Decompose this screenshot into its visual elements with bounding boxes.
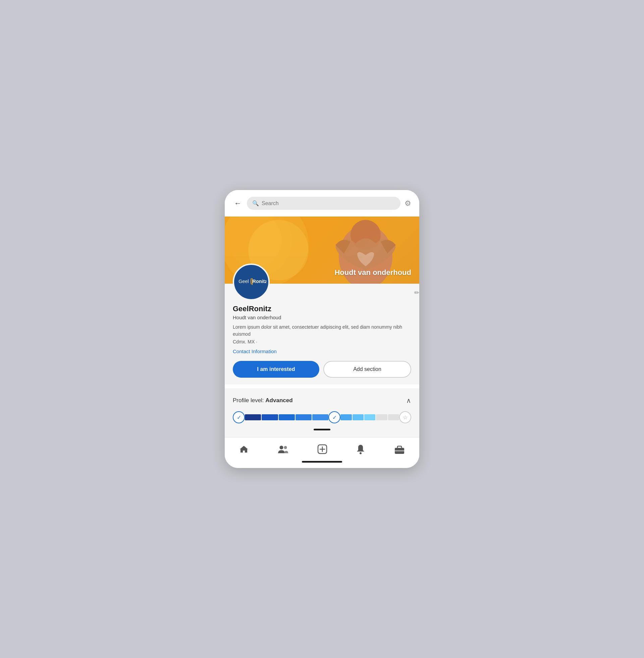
bottom-bar (225, 458, 419, 468)
contact-information-link[interactable]: Contact Information (233, 349, 411, 354)
check-icon-2: ✓ (332, 414, 337, 421)
add-section-button[interactable]: Add section (323, 361, 411, 378)
profile-level-title: Profile level: Advanced (233, 397, 293, 404)
avatar-wrapper: Geel Ronitz (233, 264, 270, 301)
back-button[interactable]: ← (233, 198, 243, 209)
segment-6 (341, 414, 351, 420)
phone-frame: ← 🔍 ⚙ Houdt van onderhoud (225, 190, 419, 468)
progress-check-2: ✓ (328, 411, 341, 423)
svg-rect-15 (397, 446, 401, 448)
search-input[interactable] (262, 200, 395, 206)
progress-indicator-line (314, 429, 330, 431)
banner-tagline: Houdt van onderhoud (335, 268, 411, 277)
svg-point-9 (284, 446, 287, 449)
segment-8 (364, 414, 375, 420)
briefcase-icon (394, 444, 405, 454)
segment-2 (262, 414, 278, 420)
collapse-button[interactable]: ∧ (406, 396, 411, 404)
people-icon (278, 444, 289, 454)
search-icon: 🔍 (252, 200, 259, 206)
progress-segments-1 (245, 414, 328, 420)
svg-text:Ronitz: Ronitz (253, 279, 266, 284)
add-icon (317, 444, 327, 454)
svg-point-8 (279, 446, 283, 449)
progress-bar: ✓ ✓ ☆ (233, 411, 411, 423)
settings-button[interactable]: ⚙ (405, 199, 411, 208)
nav-briefcase[interactable] (389, 443, 410, 455)
company-location: Cdmx. MX · (233, 339, 411, 345)
segment-4 (296, 414, 312, 420)
svg-text:Geel: Geel (238, 279, 249, 284)
check-icon-1: ✓ (237, 414, 241, 421)
svg-point-13 (360, 452, 362, 454)
segment-3 (279, 414, 295, 420)
profile-section: Geel Ronitz ✏ GeelRonitz Houdt van onder… (225, 284, 419, 385)
bottom-navigation (225, 437, 419, 458)
bell-icon (356, 444, 365, 454)
company-name: GeelRonitz (233, 305, 411, 313)
company-logo: Geel Ronitz (236, 275, 266, 290)
segment-10 (388, 414, 399, 420)
profile-level-section: Profile level: Advanced ∧ ✓ ✓ (225, 389, 419, 437)
avatar: Geel Ronitz (233, 264, 270, 301)
progress-star: ☆ (399, 411, 411, 423)
progress-check-1: ✓ (233, 411, 245, 423)
nav-notifications[interactable] (351, 443, 370, 456)
action-buttons: I am interested Add section (233, 361, 411, 378)
home-icon (239, 444, 249, 454)
company-tagline: Houdt van onderhoud (233, 314, 411, 320)
segment-9 (376, 414, 387, 420)
nav-people[interactable] (272, 443, 294, 455)
star-icon: ☆ (403, 414, 408, 421)
interested-button[interactable]: I am interested (233, 361, 319, 378)
search-bar: 🔍 (247, 197, 400, 210)
segment-1 (245, 414, 261, 420)
edit-profile-button[interactable]: ✏ (414, 289, 419, 297)
segment-7 (352, 414, 364, 420)
progress-segments-2 (341, 414, 399, 420)
home-indicator (302, 461, 342, 463)
nav-home[interactable] (234, 443, 254, 455)
top-bar: ← 🔍 ⚙ (225, 190, 419, 217)
svg-rect-7 (252, 278, 253, 285)
segment-5 (312, 414, 328, 420)
nav-add[interactable] (312, 443, 333, 456)
profile-level-header: Profile level: Advanced ∧ (233, 396, 411, 404)
company-description: Lorem ipsum dolor sit amet, consectetuer… (233, 324, 411, 338)
